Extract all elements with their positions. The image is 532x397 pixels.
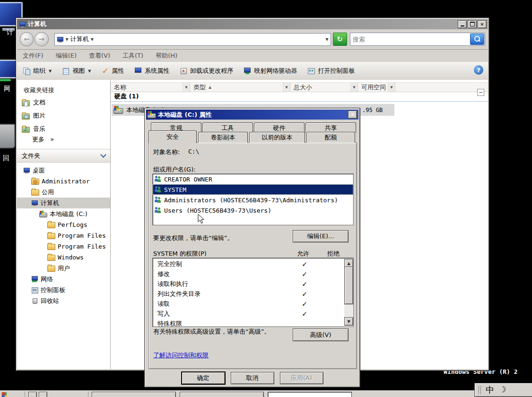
column-name-filter[interactable]: ▼ (183, 83, 190, 92)
tree-item[interactable]: PerfLogs (17, 219, 110, 230)
drag-handle-icon[interactable] (479, 386, 481, 394)
tab-security[interactable]: 安全 (148, 130, 197, 143)
forward-button[interactable]: → (35, 32, 48, 46)
taskbar-window-button[interactable] (92, 392, 176, 397)
tree-item[interactable]: 本地磁盘 (C:) (17, 208, 110, 219)
menu-file[interactable]: 文件(F) (23, 52, 44, 60)
toolbar-button[interactable]: 视图 ▼ (60, 65, 93, 77)
ok-button[interactable]: 确定 (182, 372, 225, 384)
favorite-link[interactable]: 图片 (22, 109, 111, 122)
tree-item[interactable]: Administrator (17, 176, 110, 187)
edit-button[interactable]: 编辑(E)... (293, 230, 349, 242)
back-button[interactable]: ← (20, 32, 34, 46)
tree-item[interactable]: 回收站 (17, 295, 110, 306)
refresh-button[interactable]: ↻ (333, 33, 347, 46)
toolbar-button[interactable]: 打开控制面板 (305, 65, 357, 77)
tree-item[interactable]: 控制面板 (17, 285, 110, 295)
favorite-link[interactable]: 音乐 (22, 122, 111, 136)
column-total-size[interactable]: 总大小 (290, 83, 351, 92)
taskbar[interactable] (0, 390, 532, 397)
desktop-recycle-label[interactable]: 回 (3, 154, 9, 163)
ime-fullwidth-moon-icon[interactable]: ☽ (499, 385, 506, 394)
cancel-button[interactable]: 取消 (231, 372, 274, 384)
dialog-close-button[interactable]: ✕ (348, 111, 357, 119)
tree-item[interactable]: 公用 (17, 187, 110, 198)
desktop-recycle-icon[interactable] (0, 124, 15, 148)
column-type[interactable]: 类型▲ (190, 83, 283, 92)
groups-listbox[interactable]: CREATOR OWNER SYSTEM Administrators (HOS… (152, 173, 354, 225)
column-type-filter[interactable]: ▼ (283, 83, 290, 92)
permission-row[interactable]: 特殊权限 (154, 319, 344, 327)
tree-item[interactable]: Windows (17, 252, 110, 263)
group-list-item[interactable]: Users (HOSTEC56B439-73\Users) (153, 205, 353, 216)
tree-item[interactable]: Program Files (17, 230, 110, 241)
column-free-space[interactable]: 可用空间 (358, 83, 388, 92)
permission-row[interactable]: 修改 ✓ (154, 269, 344, 279)
ime-chinese-mode[interactable]: 中 (486, 384, 494, 396)
more-link[interactable]: 更多 » (32, 135, 54, 144)
folders-band[interactable]: 文件夹 (17, 149, 110, 163)
tree-item[interactable]: 桌面 (17, 165, 110, 176)
toolbar-button[interactable]: 组织 ▼ (21, 65, 53, 77)
tab-shadow-copies[interactable]: 卷影副本 (198, 132, 248, 143)
permission-row[interactable]: 读取和执行 ✓ (154, 279, 344, 289)
toolbar-button[interactable]: 卸载或更改程序 (178, 65, 235, 77)
menu-edit[interactable]: 编辑(E) (56, 52, 77, 60)
toolbar-button[interactable]: 系统属性 (132, 65, 171, 77)
breadcrumb[interactable]: ▼ 计算机 ▼ ▼ (54, 33, 331, 46)
taskbar-window-button-active[interactable] (268, 392, 352, 397)
help-icon[interactable]: ? (474, 65, 483, 75)
toolbar-button[interactable]: 映射网络驱动器 (242, 65, 299, 77)
tab-hardware[interactable]: 硬件 (254, 122, 305, 133)
permission-row[interactable]: 完全控制 ✓ (154, 259, 344, 269)
search-box[interactable] (350, 33, 485, 46)
tree-item[interactable]: 网络 (17, 274, 110, 285)
desktop-network-icon[interactable] (0, 60, 17, 78)
tab-sharing[interactable]: 共享 (305, 122, 356, 133)
search-icon[interactable] (470, 34, 484, 45)
acl-help-link[interactable]: 了解访问控制和权限 (153, 351, 209, 360)
group-list-item[interactable]: CREATOR OWNER (153, 174, 353, 184)
scrollbar-thumb[interactable] (344, 267, 353, 304)
menu-tools[interactable]: 工具(T) (122, 52, 143, 60)
column-free-space-filter[interactable]: ▼ (388, 83, 395, 92)
quick-launch-icon[interactable] (39, 392, 47, 397)
advanced-button[interactable]: 高级(V) (293, 328, 349, 341)
command-toolbar: 组织 ▼ 视图 ▼ 属性 系统属性 卸载或更改程序 映射网络驱动器 (17, 62, 488, 80)
desktop-computer-label[interactable]: 计 (7, 28, 13, 37)
column-total-size-filter[interactable]: ▼ (351, 83, 358, 92)
start-icon[interactable] (2, 392, 5, 395)
menu-view[interactable]: 查看(V) (89, 52, 110, 60)
address-history-dropdown[interactable]: ▼ (325, 37, 328, 42)
permissions-list[interactable]: 完全控制 ✓ 修改 ✓ 读取和执行 ✓ 列出文件夹目录 ✓ 读取 ✓ 写入 ✓ (152, 258, 354, 327)
group-list-item[interactable]: Administrators (HOSTEC56B439-73\Administ… (153, 195, 353, 205)
favorite-link[interactable]: 文档 (22, 96, 111, 109)
tree-item[interactable]: 计算机 (17, 198, 110, 208)
close-button[interactable]: ✕ (478, 20, 487, 28)
taskbar-window-button[interactable] (180, 392, 264, 397)
tab-previous-versions[interactable]: 以前的版本 (249, 132, 305, 143)
dialog-titlebar[interactable]: 本地磁盘 (C:) 属性 ✕ (146, 110, 358, 120)
scrollbar[interactable]: ▲ ▼ (344, 259, 352, 326)
column-name[interactable]: 名称 (111, 83, 183, 92)
ime-language-bar[interactable]: 中 ☽ (474, 383, 532, 397)
tab-quota[interactable]: 配额 (306, 132, 355, 143)
permission-row[interactable]: 读取 ✓ (154, 299, 344, 309)
permission-row[interactable]: 列出文件夹目录 ✓ (154, 289, 344, 299)
quick-launch-icon[interactable] (28, 392, 37, 397)
group-list-item[interactable]: SYSTEM (153, 184, 353, 195)
minimize-button[interactable] (458, 20, 467, 28)
menu-help[interactable]: 帮助(H) (156, 52, 177, 60)
tab-tools[interactable]: 工具 (202, 122, 253, 133)
tree-item[interactable]: Program Files (17, 241, 110, 252)
explorer-titlebar[interactable]: 计算机 ✕ (17, 19, 488, 29)
desktop-network-label[interactable]: 网 (4, 85, 10, 93)
toolbar-button[interactable]: 属性 (99, 65, 126, 77)
scroll-down-icon[interactable]: ▼ (344, 317, 353, 326)
permission-row[interactable]: 写入 ✓ (154, 309, 344, 319)
search-input[interactable] (350, 36, 470, 43)
breadcrumb-item[interactable]: 计算机 (70, 35, 89, 43)
collapse-group-icon[interactable]: − (477, 89, 484, 96)
tree-item[interactable]: 用户 (17, 263, 110, 274)
maximize-button[interactable] (468, 20, 477, 28)
